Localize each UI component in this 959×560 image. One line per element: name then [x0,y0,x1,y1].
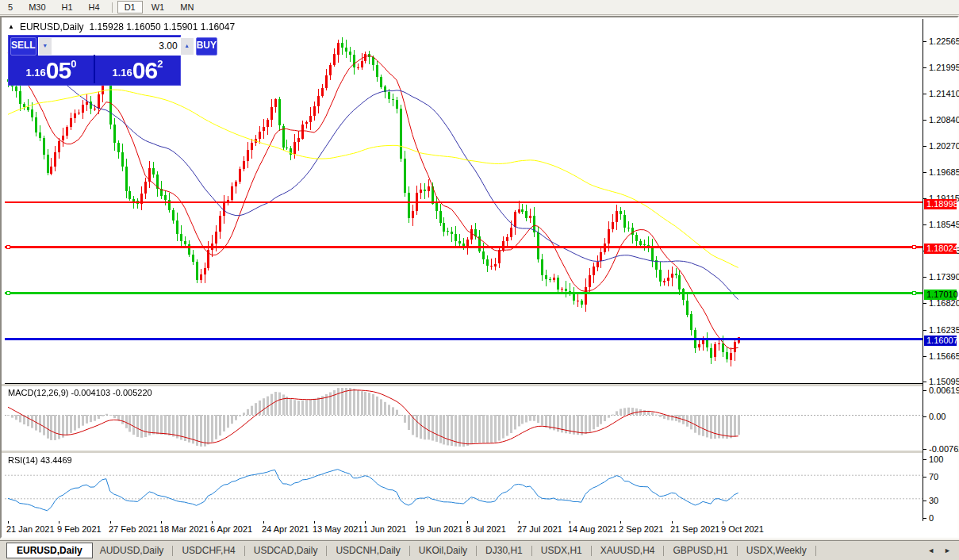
timeframe-toolbar: 5M30H1H4D1W1MN [0,0,959,15]
rsi-scale-label: 0 [923,513,934,523]
axis-tick-mark [923,224,926,225]
time-tick-mark [8,521,9,524]
horizontal-line-1.18998[interactable] [5,201,923,203]
buy-price-big: 06 [132,60,157,81]
price-axis-label: 1.20270 [923,141,959,151]
sell-price-display[interactable]: 1.16 05 0 [9,55,94,83]
macd-scale-label: 0.00 [923,412,946,421]
axis-tick-mark [923,416,926,417]
timeframe-button-h1[interactable]: H1 [55,1,80,13]
price-axis-label: 1.16235 [923,325,959,335]
sell-price-big: 05 [46,60,71,81]
timeframe-button-mn[interactable]: MN [173,1,201,13]
macd-scale-label: -0.007622 [923,444,959,454]
trade-panel-price-row: 1.16 05 0 1.16 06 2 [9,55,180,83]
time-axis-label: 6 Apr 2021 [210,524,252,534]
sell-price-sup: 0 [71,58,76,70]
timeframe-button-m30[interactable]: M30 [21,1,52,13]
time-tick-mark [723,521,723,524]
horizontal-line-1.16007[interactable] [5,338,923,340]
axis-tick-mark [923,146,926,147]
price-axis-label: 1.17390 [923,272,959,282]
timeframe-button-5[interactable]: 5 [1,1,20,13]
time-axis-label: 27 Feb 2021 [109,524,158,534]
price-axis-label: 1.15665 [923,351,959,361]
axis-tick-mark [923,94,926,94]
pane-splitter[interactable] [2,451,956,453]
time-tick-mark [416,521,417,524]
tab-separator [737,546,738,556]
volume-spinner: ▼ ▲ [38,37,194,56]
axis-tick-mark [923,501,926,501]
horizontal-line-1.18024[interactable] [5,246,923,248]
tab-usdcnh-daily[interactable]: USDCNH,Daily [328,543,407,558]
time-tick-mark [59,521,59,524]
chart-title-ohlc: 1.15928 1.16050 1.15901 1.16047 [90,21,236,33]
time-tick-mark [212,521,213,524]
buy-price-display[interactable]: 1.16 06 2 [95,55,180,83]
time-axis-label: 9 Feb 2021 [57,524,102,534]
tab-separator [409,546,410,556]
price-axis-label: 1.21995 [923,63,959,72]
timeframe-button-w1[interactable]: W1 [144,1,172,13]
axis-tick-mark [923,303,926,304]
axis-tick-mark [923,120,926,121]
tab-audusd-daily[interactable]: AUDUSD,Daily [93,543,171,558]
chart-title-symbol: EURUSD,Daily [20,21,84,33]
time-tick-mark [672,521,673,524]
tab-separator [591,546,592,556]
tab-separator [663,546,664,556]
buy-price-prefix: 1.16 [113,67,132,79]
time-axis-label: 19 Jun 2021 [415,524,463,534]
rsi-canvas[interactable] [5,454,923,520]
buy-button[interactable]: BUY [196,37,217,56]
tab-ukoil-daily[interactable]: UKOil,Daily [412,543,474,558]
time-axis-label: 8 Jul 2021 [466,524,506,534]
time-tick-mark [110,521,111,524]
tab-usdcad-daily[interactable]: USDCAD,Daily [247,543,325,558]
timeframe-button-d1[interactable]: D1 [117,1,143,13]
axis-tick-mark [923,172,926,173]
time-axis-label: 2 Sep 2021 [619,524,663,534]
line-handle-icon[interactable] [6,291,10,295]
tab-xauusd-h4[interactable]: XAUUSD,H4 [593,543,662,558]
volume-input[interactable] [52,38,181,55]
macd-scale-label: 0.006193 [923,385,959,395]
tab-usdchf-h4[interactable]: USDCHF,H4 [175,543,242,558]
time-axis[interactable]: 21 Jan 20219 Feb 202127 Feb 202118 Mar 2… [5,521,923,535]
axis-tick-mark [923,356,926,357]
line-handle-icon[interactable] [6,245,10,249]
pane-splitter[interactable] [2,384,956,386]
time-tick-mark [161,521,162,524]
tab-separator [244,546,245,556]
tab-separator [476,546,477,556]
tab-usdx-weekly[interactable]: USDX,Weekly [739,543,814,558]
chart-title-row: ▲ EURUSD,Daily 1.15928 1.16050 1.15901 1… [8,21,235,33]
price-axis-label: 1.21410 [923,89,959,98]
time-tick-mark [467,521,468,524]
tab-scroll-left-icon[interactable]: ◄ [927,547,934,554]
price-axis[interactable]: 1.225651.219951.214101.208401.202701.196… [923,19,957,521]
time-tick-mark [314,521,315,524]
rsi-scale-label: 30 [923,496,938,505]
buy-price-sup: 2 [157,58,163,70]
tab-dj30-h1[interactable]: DJ30,H1 [478,543,530,558]
rsi-scale-label: 100 [923,455,943,464]
volume-increase-icon[interactable]: ▲ [181,38,194,55]
axis-tick-mark [923,382,926,382]
line-handle-icon[interactable] [912,245,916,249]
tab-usdx-h1[interactable]: USDX,H1 [534,543,589,558]
horizontal-line-1.17010[interactable] [5,292,923,294]
collapse-panel-icon[interactable]: ▲ [8,24,14,30]
volume-decrease-icon[interactable]: ▼ [39,38,52,55]
line-handle-icon[interactable] [912,291,916,295]
timeframe-button-h4[interactable]: H4 [82,1,107,13]
axis-tick-mark [923,330,926,331]
sell-button[interactable]: SELL [10,37,36,56]
time-tick-mark [263,521,264,524]
tab-gbpusd-h1[interactable]: GBPUSD,H1 [666,543,735,558]
axis-tick-mark [923,67,926,68]
tab-eurusd-daily[interactable]: EURUSD,Daily [6,543,93,558]
tab-separator [815,546,816,556]
tab-scroll-right-icon[interactable]: ► [944,547,951,554]
